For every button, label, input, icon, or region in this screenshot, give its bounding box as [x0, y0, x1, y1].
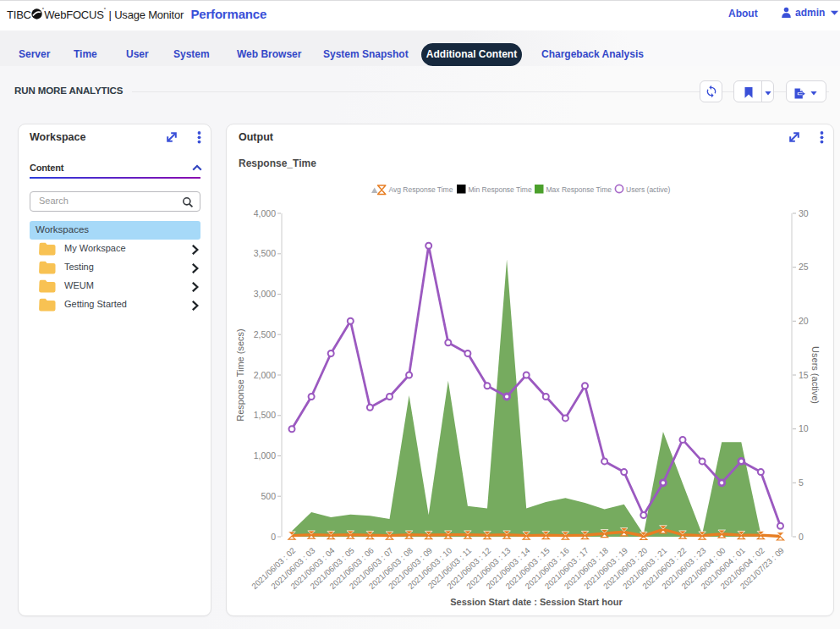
svg-text:Session Start date : Session S: Session Start date : Session Start hour	[450, 597, 623, 607]
svg-text:30: 30	[799, 208, 809, 218]
svg-text:0: 0	[799, 532, 804, 542]
svg-text:3,500: 3,500	[254, 248, 276, 258]
svg-text:Users (active): Users (active)	[626, 185, 671, 194]
svg-text:3,000: 3,000	[254, 289, 276, 299]
svg-text:Users (active): Users (active)	[810, 346, 821, 404]
svg-text:500: 500	[261, 491, 276, 501]
svg-text:10: 10	[799, 423, 809, 433]
svg-text:Response Time (secs): Response Time (secs)	[235, 328, 245, 421]
svg-text:Avg Response Time: Avg Response Time	[389, 185, 453, 194]
svg-text:20: 20	[799, 316, 809, 326]
svg-text:2,000: 2,000	[254, 370, 276, 380]
svg-text:0: 0	[271, 532, 276, 542]
svg-text:1,000: 1,000	[254, 450, 276, 461]
svg-text:5: 5	[799, 477, 804, 488]
svg-text:25: 25	[799, 262, 809, 272]
svg-text:4,000: 4,000	[254, 208, 276, 218]
svg-text:Max Response Time: Max Response Time	[546, 185, 612, 194]
svg-text:Min Response Time: Min Response Time	[469, 185, 532, 194]
svg-text:15: 15	[799, 370, 809, 380]
svg-text:1,500: 1,500	[254, 410, 276, 420]
svg-text:2,500: 2,500	[254, 329, 276, 339]
